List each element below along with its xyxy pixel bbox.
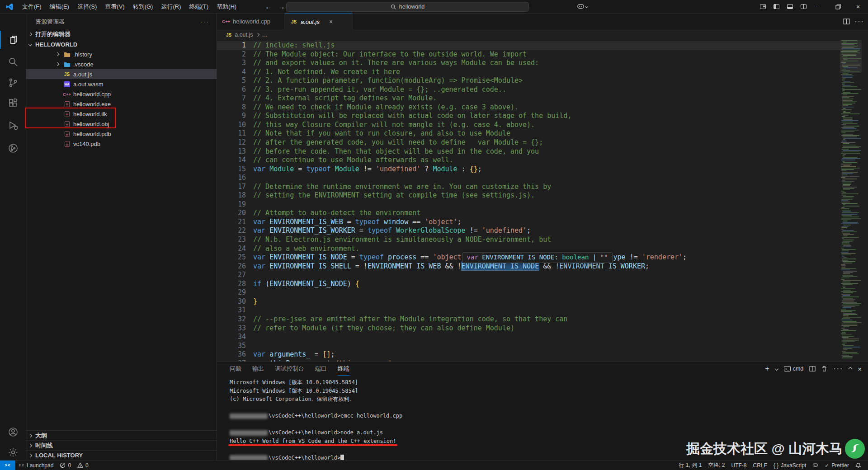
toggle-secondary-sidebar-icon[interactable] (797, 2, 809, 12)
section-时间线[interactable]: 时间线 (26, 440, 217, 450)
minimap-line (841, 279, 844, 280)
line-number: 14 (217, 156, 246, 165)
editor-more-actions-icon[interactable]: ··· (854, 18, 864, 26)
status-空格2[interactable]: 空格: 2 (705, 461, 728, 470)
minimap-line (842, 211, 851, 212)
status-Prettier[interactable]: ✓Prettier (821, 461, 852, 470)
close-panel-icon[interactable]: × (858, 365, 862, 373)
panel-tab-问题[interactable]: 问题 (230, 362, 241, 376)
panel-tab-终端[interactable]: 终端 (338, 362, 349, 376)
toggle-panel-icon[interactable] (784, 2, 796, 12)
chevron-down-icon (28, 42, 32, 46)
split-editor-icon[interactable] (843, 18, 850, 25)
code-editor[interactable]: 1// include: shell.js2// The Module obje… (217, 40, 868, 362)
forward-arrow-icon[interactable]: → (278, 3, 285, 10)
menu-H[interactable]: 帮助(H) (212, 2, 241, 12)
status-行1列1[interactable]: 行 1, 列 1 (675, 461, 705, 470)
restore-button[interactable] (828, 0, 848, 14)
status-JavaScript[interactable]: { }JavaScript (770, 461, 809, 470)
tree-item-.vscode[interactable]: .vscode (26, 59, 217, 69)
tree-item-a.out.wasm[interactable]: WAa.out.wasm (26, 79, 217, 89)
tree-item-label: helloworld.exe (73, 101, 111, 108)
terminal-text: (c) Microsoft Corporation。保留所有权利。 (230, 396, 355, 402)
scrollbar[interactable] (862, 40, 868, 362)
activity-search-icon[interactable] (0, 53, 26, 71)
activity-account-icon[interactable] (0, 423, 26, 441)
back-arrow-icon[interactable]: ← (265, 3, 272, 10)
nav-arrows: ← → (265, 3, 285, 10)
minimap[interactable] (840, 40, 862, 362)
minimap-line (841, 40, 858, 41)
tree-item-helloworld.ilk[interactable]: helloworld.ilk (26, 109, 217, 119)
customize-layout-icon[interactable] (757, 2, 769, 12)
panel-tab-调试控制台[interactable]: 调试控制台 (275, 362, 304, 376)
remote-indicator[interactable]: >< (0, 461, 15, 470)
tab-helloworld.cpp[interactable]: C++helloworld.cpp (217, 14, 285, 29)
tree-item-helloworld.obj[interactable]: helloworld.obj (26, 119, 217, 129)
minimap-line (843, 92, 850, 93)
folder-vscode-icon (63, 61, 71, 68)
activity-explorer-icon[interactable] (0, 31, 26, 49)
status-Launchpad[interactable]: Launchpad (15, 461, 57, 470)
sidebar-title: 资源管理器 (35, 18, 65, 26)
tree-item-helloworld.cpp[interactable]: C++helloworld.cpp (26, 89, 217, 99)
close-tab-icon[interactable]: × (329, 18, 333, 25)
root-folder-section[interactable]: HELLOWORLD (26, 39, 217, 49)
menu-T[interactable]: 终端(T) (185, 2, 212, 12)
line-number: 36 (217, 350, 246, 359)
menu-V[interactable]: 查看(V) (101, 2, 128, 12)
code-token: != (466, 226, 482, 235)
terminal-dropdown-icon[interactable] (774, 367, 778, 371)
tree-item-helloworld.pdb[interactable]: helloworld.pdb (26, 129, 217, 139)
terminal-output[interactable]: Microsoft Windows [版本 10.0.19045.5854]Mi… (217, 376, 868, 460)
menu-E[interactable]: 编辑(E) (46, 2, 73, 12)
panel-tab-端口[interactable]: 端口 (315, 362, 327, 376)
status-0[interactable]: 0 (74, 461, 92, 470)
code-token: typeof (306, 165, 335, 173)
tree-item-.history[interactable]: .history (26, 49, 217, 59)
copilot-menu[interactable] (577, 3, 588, 10)
sidebar-more-actions[interactable]: ··· (201, 18, 209, 25)
toggle-sidebar-icon[interactable] (770, 2, 782, 12)
activity-run-debug-icon[interactable] (0, 117, 26, 135)
code-token: // Substitution will be replaced with ac… (253, 112, 571, 120)
code-token: // 3. pre-run appended it, var Module = … (253, 85, 506, 94)
activity-settings-icon[interactable] (0, 443, 26, 461)
line-number: 30 (217, 297, 246, 306)
tree-item-vc140.pdb[interactable]: vc140.pdb (26, 139, 217, 149)
panel-tab-输出[interactable]: 输出 (252, 362, 264, 376)
status-0[interactable]: 0 (57, 461, 74, 470)
menu-R[interactable]: 运行(R) (157, 2, 185, 12)
menu-S[interactable]: 选择(S) (73, 2, 101, 12)
tree-item-a.out.js[interactable]: JSa.out.js (26, 69, 217, 79)
section-大纲[interactable]: 大纲 (26, 430, 217, 440)
command-center-search[interactable]: helloworld (286, 2, 529, 12)
breadcrumb[interactable]: JS a.out.js … (217, 29, 868, 40)
activity-source-control-icon[interactable] (0, 74, 26, 92)
kill-terminal-icon[interactable] (821, 366, 827, 372)
new-terminal-icon[interactable]: + (765, 365, 769, 373)
maximize-panel-icon[interactable] (849, 367, 852, 371)
panel-more-actions-icon[interactable]: ··· (833, 365, 843, 373)
line-content: // Note that if you want to run closure,… (253, 129, 510, 138)
menu-F[interactable]: 文件(F) (18, 2, 46, 12)
tree-item-helloworld.exe[interactable]: helloworld.exe (26, 99, 217, 109)
tab-a.out.js[interactable]: JSa.out.js× (285, 14, 353, 29)
minimize-button[interactable]: ─ (808, 0, 828, 14)
minimap-line (842, 181, 854, 182)
status-bell[interactable] (852, 461, 864, 470)
status-CRLF[interactable]: CRLF (750, 461, 770, 470)
activity-extensions-icon[interactable] (0, 94, 26, 112)
close-button[interactable]: × (848, 0, 868, 14)
section-LOCAL HISTORY[interactable]: LOCAL HISTORY (26, 450, 217, 460)
activity-remote-explorer-icon[interactable] (0, 139, 26, 157)
status-UTF-8[interactable]: UTF-8 (728, 461, 750, 470)
open-editors-section[interactable]: 打开的编辑器 (26, 29, 217, 39)
minimap-line (841, 355, 849, 356)
split-terminal-icon[interactable] (809, 366, 816, 372)
minimap-line (842, 351, 846, 352)
menu-G[interactable]: 转到(G) (129, 2, 157, 12)
terminal-instance[interactable]: >_ cmd (784, 366, 804, 372)
line-content: // --pre-jses are emitted after the Modu… (253, 315, 567, 324)
status-copilot[interactable] (809, 461, 821, 470)
